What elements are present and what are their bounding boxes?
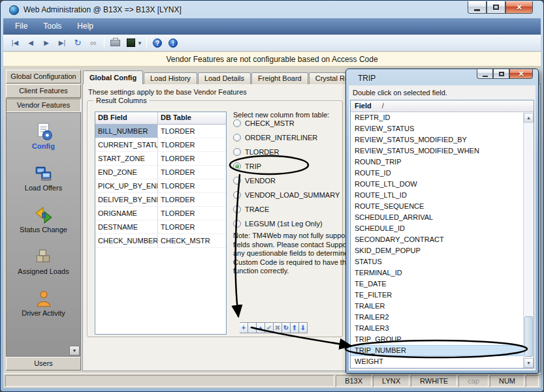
menu-item[interactable]: Help <box>69 20 101 33</box>
popup-field-row[interactable]: SCHEDULED_ARRIVAL <box>351 212 534 223</box>
sidebar-scroll-down-icon[interactable]: ▼ <box>69 346 80 355</box>
radio-option[interactable]: LEGSUM (1st Leg Only) <box>233 217 340 231</box>
sidebar-item-global-configuration[interactable]: Global Configuration <box>6 70 81 83</box>
popup-field-row[interactable]: TRAILER3 <box>351 323 534 334</box>
scroll-down-icon[interactable]: ▼ <box>524 358 534 368</box>
table-row[interactable]: DESTNAME TLORDER <box>95 220 226 234</box>
sidebar-feature-item[interactable]: Driver Activity <box>6 284 81 326</box>
navigator-button[interactable]: ↻ <box>282 322 291 333</box>
navigator-button[interactable]: ⇑ <box>291 322 299 333</box>
radio-option[interactable]: ORDER_INTERLINER <box>233 130 340 145</box>
radio-option[interactable]: TRACE <box>233 202 340 217</box>
table-row[interactable]: END_ZONE TLORDER <box>95 166 226 179</box>
radio-option[interactable]: CHECK_MSTR <box>233 116 340 130</box>
popup-field-row[interactable]: ROUTE_LTL_DOW <box>351 179 534 190</box>
tab[interactable]: Load History <box>144 72 197 84</box>
scrollbar[interactable]: ▲ ▼ <box>523 113 534 368</box>
navigator-button[interactable]: + <box>240 322 248 333</box>
popup-maximize-button[interactable] <box>493 69 509 79</box>
sidebar-feature-item[interactable]: Assigned Loads <box>6 243 81 284</box>
sidebar-feature-item[interactable]: Status Change <box>6 201 81 243</box>
menu-item[interactable]: File <box>7 20 35 33</box>
notice-text: Vendor Features are not configurable bas… <box>166 55 377 64</box>
popup-field-row[interactable]: ROUTE_SEQUENCE <box>351 201 534 212</box>
status-bar: B13XLYNXRWHITEcapNUM <box>3 373 541 388</box>
popup-field-row[interactable]: ROUTE_ID <box>351 168 534 179</box>
popup-field-row[interactable]: SCHEDULE_ID <box>351 223 534 234</box>
tab[interactable]: Load Details <box>198 72 251 84</box>
scroll-up-icon[interactable]: ▲ <box>524 113 534 123</box>
export-icon[interactable] <box>127 38 135 47</box>
minimize-button[interactable] <box>468 1 487 14</box>
navigator-button[interactable]: ✔ <box>265 322 274 333</box>
popup-field-row[interactable]: TRAILER <box>351 301 534 312</box>
first-record-icon[interactable]: |◀ <box>8 37 22 50</box>
settings-description: These settings apply to the base Vendor … <box>88 88 247 96</box>
radio-option[interactable]: TRIP <box>233 159 340 173</box>
export-dropdown-icon[interactable]: ▾ <box>136 40 143 46</box>
refresh-icon[interactable]: ↻ <box>71 37 85 50</box>
db-table-cell: TLORDER <box>158 166 226 179</box>
menu-item[interactable]: Tools <box>35 20 69 33</box>
table-row[interactable]: START_ZONE TLORDER <box>95 152 226 166</box>
popup-field-row[interactable]: STATUS <box>351 256 534 267</box>
tab[interactable]: Global Config <box>83 70 143 84</box>
sidebar-item-users[interactable]: Users <box>6 357 81 370</box>
popup-field-row[interactable]: TRAILER2 <box>351 312 534 323</box>
popup-field-row[interactable]: REPTR_ID <box>351 112 534 123</box>
sidebar-feature-item[interactable]: Load Offers <box>6 159 81 201</box>
column-header-db-table[interactable]: DB Table <box>158 112 226 124</box>
sidebar-item-label: Load Offers <box>6 184 81 192</box>
next-record-icon[interactable]: ▶ <box>39 37 54 50</box>
popup-field-row[interactable]: WEIGHT <box>351 356 534 367</box>
navigator-button[interactable]: ▲ <box>257 322 265 333</box>
column-header-db-field[interactable]: DB Field <box>95 112 158 124</box>
previous-record-icon[interactable]: ◀ <box>24 37 38 50</box>
group-title: Result Columns <box>93 97 150 104</box>
help-icon[interactable]: ? <box>153 38 162 48</box>
maximize-button[interactable] <box>487 1 505 14</box>
close-button[interactable]: ✕ <box>505 1 533 14</box>
popup-field-row[interactable]: REVIEW_STATUS_MODIFIED_BY <box>351 134 534 145</box>
popup-field-row[interactable]: TE_DATE <box>351 279 534 290</box>
popup-field-row[interactable]: REVIEW_STATUS <box>351 123 534 134</box>
popup-field-row[interactable]: TE_FILTER <box>351 290 534 301</box>
popup-field-row[interactable]: TERMINAL_ID <box>351 267 534 279</box>
table-row[interactable]: DELIVER_BY_END TLORDER <box>95 193 226 207</box>
print-icon[interactable] <box>110 40 120 46</box>
table-row[interactable]: PICK_UP_BY_END TLORDER <box>95 179 226 193</box>
navigator-button[interactable]: − <box>248 322 257 333</box>
sidebar-item-client-features[interactable]: Client Features <box>6 84 81 98</box>
popup-field-row[interactable]: SECONDARY_CONTRACT <box>351 234 534 245</box>
popup-field-row[interactable]: TRIP_GROUP <box>351 334 534 345</box>
status-panel: cap <box>458 375 488 387</box>
table-row[interactable]: CURRENT_STATUS TLORDER <box>95 138 226 152</box>
tab[interactable]: Freight Board <box>251 72 308 84</box>
navigator-button[interactable]: ✖ <box>274 322 282 333</box>
popup-close-button[interactable]: ✕ <box>509 69 533 79</box>
popup-minimize-button[interactable] <box>477 69 493 79</box>
radio-icon <box>233 220 241 228</box>
info-icon[interactable]: ! <box>168 38 178 48</box>
radio-option[interactable]: VENDOR_LOAD_SUMMARY <box>233 188 340 202</box>
scrollbar-thumb[interactable] <box>524 316 533 357</box>
popup-field-row[interactable]: TRIP_NUMBER <box>351 345 534 356</box>
radio-option[interactable]: VENDOR <box>233 173 340 188</box>
link-icon[interactable]: ∞ <box>86 37 101 50</box>
popup-field-row[interactable]: ROUND_TRIP <box>351 157 534 168</box>
table-row[interactable]: BILL_NUMBER TLORDER <box>95 125 226 138</box>
popup-field-row[interactable]: ROUTE_LTL_ID <box>351 190 534 201</box>
table-row[interactable]: CHECK_NUMBER CHECK_MSTR <box>95 234 226 248</box>
radio-icon <box>233 177 241 185</box>
radio-icon <box>233 162 241 170</box>
radio-option[interactable]: TLORDER <box>233 145 340 159</box>
radio-label: VENDOR <box>245 177 276 185</box>
last-record-icon[interactable]: ▶| <box>55 37 69 50</box>
navigator-button[interactable]: ⇓ <box>299 322 308 333</box>
popup-field-row[interactable]: REVIEW_STATUS_MODIFIED_WHEN <box>351 145 534 157</box>
field-column-header[interactable]: Field/ <box>351 100 534 112</box>
popup-field-row[interactable]: SKID_DEM_POPUP <box>351 245 534 256</box>
table-row[interactable]: ORIGNAME TLORDER <box>95 207 226 220</box>
sidebar-item-vendor-features[interactable]: Vendor Features <box>6 98 81 112</box>
sidebar-feature-item[interactable]: Config <box>6 117 81 159</box>
